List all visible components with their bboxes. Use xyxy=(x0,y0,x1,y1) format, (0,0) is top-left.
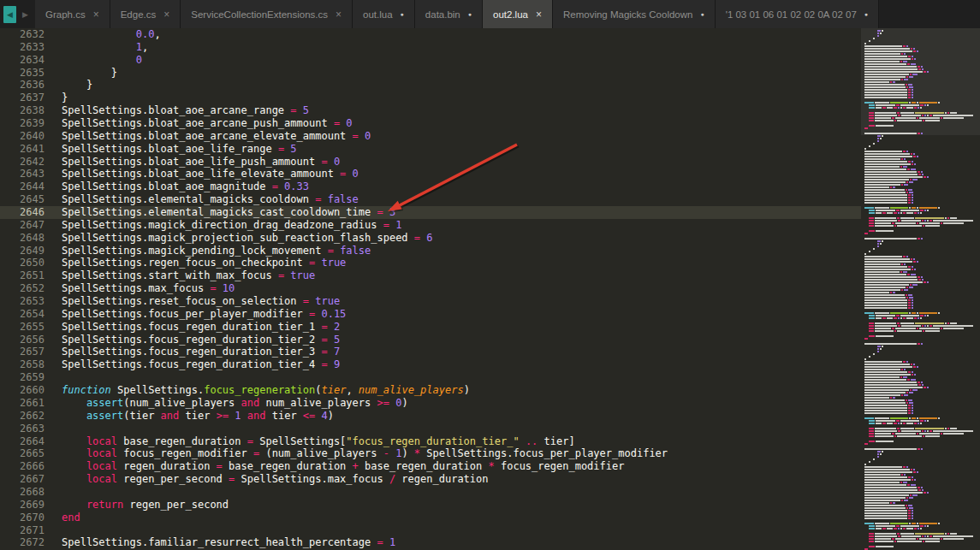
code-line[interactable]: 2661assert(num_alive_players and num_ali… xyxy=(0,397,861,410)
code-line[interactable]: 2647SpellSettings.magick_direction_drag_… xyxy=(0,219,861,232)
modified-dot-icon: ● xyxy=(401,11,404,17)
tab-close-icon[interactable]: × xyxy=(336,9,342,20)
code-line-text: local regen_per_second = SpellSettings.m… xyxy=(56,473,861,486)
code-line[interactable]: 2654SpellSettings.focus_per_player_modif… xyxy=(0,308,861,321)
line-number: 2662 xyxy=(0,410,56,423)
code-line[interactable]: 2663 xyxy=(0,423,861,435)
code-line[interactable]: 2643SpellSettings.bloat_aoe_life_elevate… xyxy=(0,168,861,180)
code-line[interactable]: 2635} xyxy=(0,67,861,80)
tab[interactable]: '1 03 01 06 01 02 02 0A 02 07● xyxy=(716,0,879,28)
code-line[interactable]: 2649SpellSettings.magick_pending_lock_mo… xyxy=(0,245,861,257)
code-line[interactable]: 2672SpellSettings.familiar_resurrect_hea… xyxy=(0,536,861,549)
tab-close-icon[interactable]: × xyxy=(536,9,542,20)
code-line-text: SpellSettings.focus_regen_duration_tier_… xyxy=(56,358,861,371)
tab[interactable]: ServiceCollectionExtensions.cs× xyxy=(181,0,353,28)
code-line[interactable]: 2644SpellSettings.bloat_aoe_magnitude = … xyxy=(0,180,861,193)
code-line[interactable]: 2651SpellSettings.start_with_max_focus =… xyxy=(0,269,861,282)
line-number: 2671 xyxy=(0,524,56,537)
code-line[interactable]: 26340 xyxy=(0,54,861,67)
code-line-text xyxy=(56,423,861,435)
code-line[interactable]: 2667local regen_per_second = SpellSettin… xyxy=(0,473,861,486)
code-line[interactable]: 2664local base_regen_duration = SpellSet… xyxy=(0,435,861,448)
line-number: 2667 xyxy=(0,473,56,486)
code-line[interactable]: 26320.0, xyxy=(0,28,861,41)
line-number: 2647 xyxy=(0,219,56,232)
code-line[interactable]: 2656SpellSettings.focus_regen_duration_t… xyxy=(0,334,861,346)
line-number: 2658 xyxy=(0,358,56,371)
line-number: 2638 xyxy=(0,104,56,117)
code-line[interactable]: 2662assert(tier and tier >= 1 and tier <… xyxy=(0,410,861,423)
code-line[interactable]: 2669return regen_per_second xyxy=(0,499,861,512)
code-area[interactable]: 26320.0,26331,263402635}2636}2637}2638Sp… xyxy=(0,28,861,550)
line-number: 2650 xyxy=(0,257,56,269)
tab-bar: ◀ ▶ Graph.cs×Edge.cs×ServiceCollectionEx… xyxy=(0,0,980,28)
code-line-text: local focus_regen_modifier = (num_alive_… xyxy=(56,447,861,460)
nav-forward-button[interactable]: ▶ xyxy=(19,6,32,23)
code-line-text: assert(num_alive_players and num_alive_p… xyxy=(56,397,861,410)
code-line[interactable]: 26331, xyxy=(0,41,861,54)
tab-label: '1 03 01 06 01 02 02 0A 02 07 xyxy=(726,9,857,20)
minimap[interactable] xyxy=(861,28,980,550)
code-line-text: end xyxy=(56,512,861,524)
editor: 26320.0,26331,263402635}2636}2637}2638Sp… xyxy=(0,28,980,550)
code-line-text: SpellSettings.bloat_aoe_arcane_range = 5 xyxy=(56,104,861,117)
code-line-text: SpellSettings.reset_focus_on_selection =… xyxy=(56,295,861,308)
code-line[interactable]: 2638SpellSettings.bloat_aoe_arcane_range… xyxy=(0,104,861,117)
code-line[interactable]: 2650SpellSettings.regen_focus_on_checkpo… xyxy=(0,257,861,269)
tab[interactable]: out2.lua× xyxy=(483,0,553,28)
tab[interactable]: Removing Magicks Cooldown● xyxy=(553,0,716,28)
code-line[interactable]: 2658SpellSettings.focus_regen_duration_t… xyxy=(0,358,861,371)
line-number: 2649 xyxy=(0,245,56,257)
modified-dot-icon: ● xyxy=(864,11,868,17)
code-line[interactable]: 2640SpellSettings.bloat_aoe_arcane_eleva… xyxy=(0,130,861,143)
tab[interactable]: Graph.cs× xyxy=(35,0,110,28)
line-number: 2670 xyxy=(0,512,56,524)
code-line[interactable]: 2653SpellSettings.reset_focus_on_selecti… xyxy=(0,295,861,308)
line-number: 2660 xyxy=(0,384,56,397)
line-number: 2664 xyxy=(0,435,56,448)
code-line-text: 0.0, xyxy=(56,28,861,41)
tab[interactable]: out.lua● xyxy=(353,0,415,28)
code-line[interactable]: 2666local regen_duration = base_regen_du… xyxy=(0,460,861,473)
code-line-text: SpellSettings.elemental_magicks_cooldown… xyxy=(56,193,861,206)
code-line[interactable]: 2636} xyxy=(0,79,861,92)
line-number: 2639 xyxy=(0,117,56,130)
tab-nav: ◀ ▶ xyxy=(0,0,35,28)
code-line-text: SpellSettings.focus_per_player_modifier … xyxy=(56,308,861,321)
code-line[interactable]: 2645SpellSettings.elemental_magicks_cool… xyxy=(0,193,861,206)
code-line[interactable]: 2660function SpellSettings.focus_regener… xyxy=(0,384,861,397)
code-line[interactable]: 2637} xyxy=(0,92,861,104)
line-number: 2636 xyxy=(0,79,56,92)
code-line[interactable]: 2646SpellSettings.elemental_magicks_cast… xyxy=(0,206,861,219)
tab-label: Removing Magicks Cooldown xyxy=(563,9,692,20)
code-line[interactable]: 2655SpellSettings.focus_regen_duration_t… xyxy=(0,321,861,334)
code-line[interactable]: 2639SpellSettings.bloat_aoe_arcane_push_… xyxy=(0,117,861,130)
code-line-text: SpellSettings.bloat_aoe_magnitude = 0.33 xyxy=(56,180,861,193)
line-number: 2632 xyxy=(0,28,56,41)
code-line[interactable]: 2657SpellSettings.focus_regen_duration_t… xyxy=(0,346,861,358)
code-line[interactable]: 2642SpellSettings.bloat_aoe_life_push_am… xyxy=(0,156,861,169)
code-line[interactable]: 2659 xyxy=(0,371,861,384)
code-line[interactable]: 2641SpellSettings.bloat_aoe_life_range =… xyxy=(0,143,861,156)
code-line-text xyxy=(56,486,861,499)
tab-close-icon[interactable]: × xyxy=(93,9,99,20)
code-line[interactable]: 2668 xyxy=(0,486,861,499)
code-line[interactable]: 2670end xyxy=(0,512,861,524)
code-line-text: SpellSettings.magick_direction_drag_dead… xyxy=(56,219,861,232)
line-number: 2668 xyxy=(0,486,56,499)
tab[interactable]: data.bin● xyxy=(415,0,483,28)
line-number: 2653 xyxy=(0,295,56,308)
code-line[interactable]: 2665local focus_regen_modifier = (num_al… xyxy=(0,447,861,460)
code-line[interactable]: 2671 xyxy=(0,524,861,537)
code-line[interactable]: 2648SpellSettings.magick_projection_sub_… xyxy=(0,232,861,245)
code-line-text: SpellSettings.bloat_aoe_life_range = 5 xyxy=(56,143,861,156)
tab-close-icon[interactable]: × xyxy=(163,9,169,20)
line-number: 2654 xyxy=(0,308,56,321)
code-line-text: SpellSettings.focus_regen_duration_tier_… xyxy=(56,321,861,334)
line-number: 2652 xyxy=(0,282,56,295)
tab[interactable]: Edge.cs× xyxy=(110,0,181,28)
code-line-text: SpellSettings.bloat_aoe_life_elevate_amm… xyxy=(56,168,861,180)
nav-back-button[interactable]: ◀ xyxy=(3,6,16,23)
code-line-text: local regen_duration = base_regen_durati… xyxy=(56,460,861,473)
code-line[interactable]: 2652SpellSettings.max_focus = 10 xyxy=(0,282,861,295)
